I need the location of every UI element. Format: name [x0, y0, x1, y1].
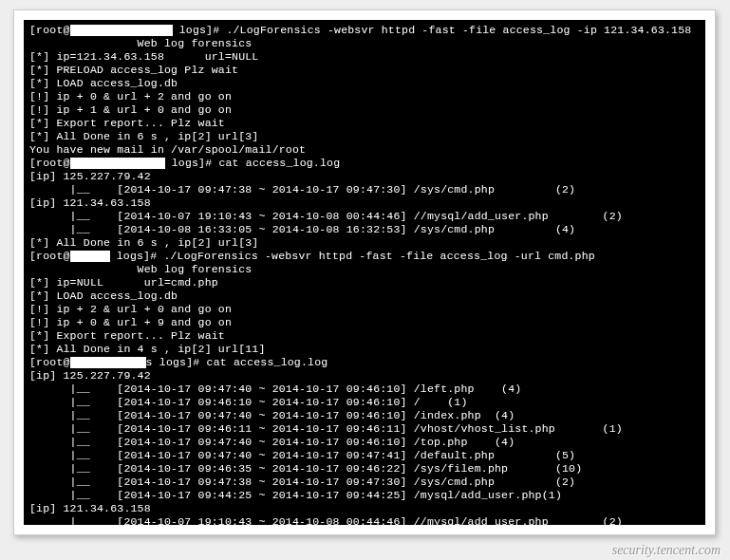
watermark: security.tencent.com: [612, 543, 721, 558]
prompt-line-2: [root@ logs]# cat access_log.log: [29, 157, 700, 170]
r3-l3: [!] ip + 0 & url + 9 and go on: [29, 316, 700, 329]
out2-l3: |__ [2014-10-17 09:47:40 ~ 2014-10-17 09…: [29, 409, 700, 422]
cmd-3: ./LogForensics -websvr httpd -fast -file…: [163, 250, 594, 262]
host-redacted: [70, 25, 173, 36]
r1-l5: [*] Export report... Plz wait: [29, 117, 700, 130]
out2-l2: |__ [2014-10-17 09:46:10 ~ 2014-10-17 09…: [29, 396, 700, 409]
banner-1b: [*] ip=121.34.63.158 url=NULL: [29, 50, 700, 64]
r3-l1: [*] LOAD access_log.db: [29, 289, 700, 303]
out2-l10: |__ [2014-10-07 19:10:43 ~ 2014-10-08 00…: [29, 515, 700, 525]
host-redacted: [70, 158, 165, 169]
prompt-line-1: [root@ logs]# ./LogForensics -websvr htt…: [29, 24, 700, 37]
cmd-2: cat access_log.log: [218, 157, 340, 169]
cmd-1: ./LogForensics -websvr httpd -fast -file…: [226, 24, 691, 36]
r1-l3: [!] ip + 0 & url + 2 and go on: [29, 90, 700, 103]
prompt-user: [root@: [29, 24, 70, 36]
r1-l2: [*] LOAD access_log.db: [29, 77, 700, 90]
r1-l4: [!] ip + 1 & url + 0 and go on: [29, 103, 700, 117]
out2-l8: |__ [2014-10-17 09:47:38 ~ 2014-10-17 09…: [29, 476, 700, 489]
cmd-4: cat access_log.log: [207, 356, 328, 368]
out1-done: [*] All Done in 6 s , ip[2] url[3]: [29, 236, 700, 250]
out2-l5: |__ [2014-10-17 09:47:40 ~ 2014-10-17 09…: [29, 436, 700, 449]
screenshot-frame: [root@ logs]# ./LogForensics -websvr htt…: [13, 9, 716, 535]
r1-l1: [*] PRELOAD access_log Plz wait: [29, 64, 700, 77]
out2-ip2: [ip] 121.34.63.158: [29, 502, 700, 515]
prompt-path: logs]#: [173, 24, 227, 36]
r1-l6: [*] All Done in 6 s , ip[2] url[3]: [29, 130, 700, 143]
r3-l4: [*] Export report... Plz wait: [29, 329, 700, 343]
prompt-line-4: [root@s logs]# cat access_log.log: [29, 356, 700, 369]
banner-3b: [*] ip=NULL url=cmd.php: [29, 276, 700, 289]
out2-l4: |__ [2014-10-17 09:46:11 ~ 2014-10-17 09…: [29, 422, 700, 436]
r3-l5: [*] All Done in 4 s , ip[2] url[11]: [29, 343, 700, 356]
r3-l2: [!] ip + 2 & url + 0 and go on: [29, 303, 700, 316]
out2-ip1: [ip] 125.227.79.42: [29, 369, 700, 383]
out1-l3: |__ [2014-10-08 16:33:05 ~ 2014-10-08 16…: [29, 223, 700, 236]
out2-l9: |__ [2014-10-17 09:44:25 ~ 2014-10-17 09…: [29, 489, 700, 502]
banner-1a: Web log forensics: [29, 37, 700, 50]
terminal[interactable]: [root@ logs]# ./LogForensics -websvr htt…: [24, 20, 705, 525]
out2-l1: |__ [2014-10-17 09:47:40 ~ 2014-10-17 09…: [29, 383, 700, 396]
out2-l7: |__ [2014-10-17 09:46:35 ~ 2014-10-17 09…: [29, 462, 700, 476]
banner-3a: Web log forensics: [29, 263, 700, 276]
prompt-line-3: [root@ logs]# ./LogForensics -websvr htt…: [29, 250, 700, 263]
mail-notice: You have new mail in /var/spool/mail/roo…: [29, 143, 700, 157]
host-redacted: [70, 357, 146, 368]
out2-l6: |__ [2014-10-17 09:47:40 ~ 2014-10-17 09…: [29, 449, 700, 462]
out1-l2: |__ [2014-10-07 19:10:43 ~ 2014-10-08 00…: [29, 210, 700, 223]
host-redacted: [70, 251, 110, 262]
out1-ip2: [ip] 121.34.63.158: [29, 196, 700, 210]
out1-l1: |__ [2014-10-17 09:47:38 ~ 2014-10-17 09…: [29, 183, 700, 196]
out1-ip1: [ip] 125.227.79.42: [29, 170, 700, 183]
